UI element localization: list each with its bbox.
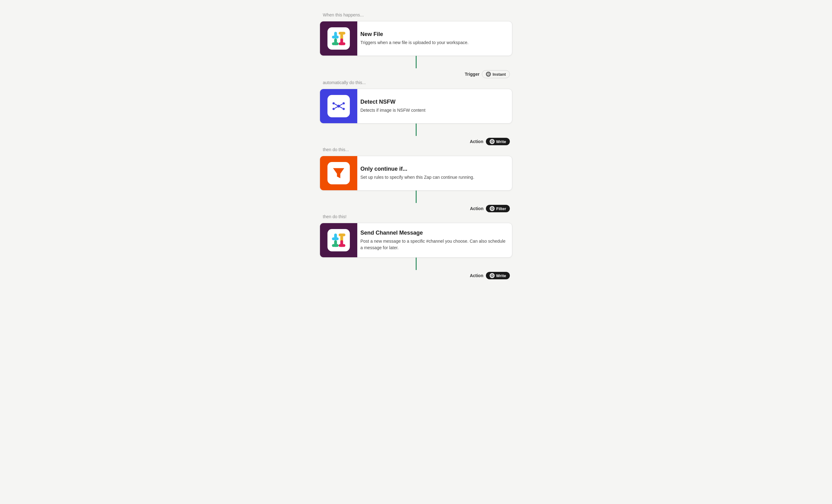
- badge-icon-3: [490, 273, 495, 278]
- connector-0: TriggerInstant: [320, 56, 512, 80]
- svg-point-12: [332, 102, 335, 104]
- badge-type-1[interactable]: Write: [486, 138, 510, 145]
- badge-icon-0: [486, 72, 491, 77]
- svg-point-13: [343, 102, 345, 104]
- svg-rect-0: [328, 27, 350, 50]
- connector-footer-3: ActionWrite: [320, 270, 512, 281]
- connector-line-2: [416, 191, 417, 203]
- step-content-1: Detect NSFWDetects if image is NSFW cont…: [357, 89, 512, 123]
- svg-rect-30: [332, 237, 339, 240]
- badge-label-0: Trigger: [465, 72, 479, 77]
- badge-type-2[interactable]: Filter: [486, 205, 510, 212]
- workflow-container: When this happens... New FileTriggers wh…: [320, 12, 512, 281]
- svg-rect-32: [339, 233, 345, 236]
- connector-2: ActionFilter: [320, 191, 512, 214]
- step-icon-slack-0: [320, 21, 357, 56]
- step-desc-3: Post a new message to a specific #channe…: [360, 238, 506, 251]
- step-content-2: Only continue if...Set up rules to speci…: [357, 156, 512, 190]
- svg-point-14: [332, 108, 335, 110]
- step-title-1: Detect NSFW: [360, 99, 506, 105]
- connector-line-1: [416, 123, 417, 136]
- step-content-3: Send Channel MessagePost a new message t…: [357, 223, 512, 257]
- svg-rect-2: [332, 36, 339, 38]
- svg-rect-6: [339, 43, 345, 45]
- svg-rect-36: [332, 244, 339, 247]
- svg-rect-34: [339, 244, 345, 247]
- connector-footer-1: ActionWrite: [320, 136, 512, 147]
- svg-rect-4: [339, 32, 345, 34]
- step-card-2[interactable]: Only continue if...Set up rules to speci…: [320, 156, 512, 191]
- badge-label-2: Action: [470, 206, 484, 211]
- connector-footer-2: ActionFilter: [320, 203, 512, 214]
- step-card-3[interactable]: Send Channel MessagePost a new message t…: [320, 223, 512, 258]
- step-title-3: Send Channel Message: [360, 230, 506, 236]
- connector-3: ActionWrite: [320, 258, 512, 281]
- badge-type-3[interactable]: Write: [486, 272, 510, 279]
- step-title-0: New File: [360, 31, 506, 37]
- step-title-2: Only continue if...: [360, 166, 506, 172]
- svg-point-15: [343, 108, 345, 110]
- connector-1: ActionWrite: [320, 123, 512, 147]
- step-label-1: automatically do this...: [323, 80, 366, 85]
- step-desc-1: Detects if image is NSFW content: [360, 107, 506, 114]
- step-card-1[interactable]: Detect NSFWDetects if image is NSFW cont…: [320, 89, 512, 123]
- badge-text-3: Write: [496, 273, 506, 278]
- step-label-2: then do this...: [323, 147, 349, 152]
- step-content-0: New FileTriggers when a new file is uplo…: [357, 21, 512, 56]
- connector-footer-0: TriggerInstant: [320, 68, 512, 80]
- step-label-3: then do this!: [323, 214, 346, 219]
- step-icon-filter-2: [320, 156, 357, 190]
- badge-label-1: Action: [470, 139, 484, 144]
- step-icon-slack-3: [320, 223, 357, 257]
- step-card-0[interactable]: New FileTriggers when a new file is uplo…: [320, 21, 512, 56]
- badge-type-0[interactable]: Instant: [482, 70, 510, 78]
- badge-text-1: Write: [496, 139, 506, 144]
- svg-rect-28: [328, 229, 350, 251]
- badge-text-2: Filter: [496, 206, 506, 211]
- badge-label-3: Action: [470, 273, 484, 278]
- step-desc-2: Set up rules to specify when this Zap ca…: [360, 174, 506, 180]
- step-icon-sight-1: [320, 89, 357, 123]
- badge-icon-2: [490, 206, 495, 211]
- svg-rect-8: [332, 43, 339, 45]
- badge-icon-1: [490, 139, 495, 144]
- svg-point-11: [337, 105, 340, 108]
- step-desc-0: Triggers when a new file is uploaded to …: [360, 39, 506, 46]
- badge-text-0: Instant: [492, 72, 506, 77]
- step-label-0: When this happens...: [323, 12, 364, 18]
- connector-line-3: [416, 258, 417, 270]
- connector-line-0: [416, 56, 417, 68]
